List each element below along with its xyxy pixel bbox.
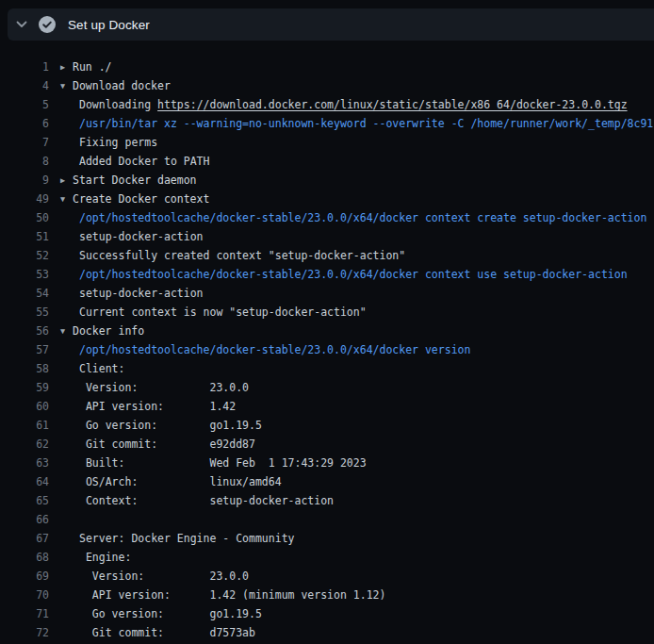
log-line-text: Engine: [79, 548, 131, 567]
caret-icon [49, 152, 73, 171]
step-title: Set up Docker [68, 18, 150, 32]
log-line: 59 Version: 23.0.0 [0, 378, 654, 397]
caret-icon [49, 246, 73, 265]
caret-collapsed-icon[interactable]: ▶ [49, 171, 73, 190]
log-viewer: Set up Docker 1 ▶ Run ./ 4 ▼ Download do… [0, 0, 654, 644]
line-number[interactable]: 58 [0, 359, 49, 378]
line-number[interactable]: 69 [0, 567, 49, 586]
caret-icon [49, 95, 73, 114]
log-line-text: OS/Arch: linux/amd64 [79, 472, 282, 491]
line-number[interactable]: 62 [0, 435, 49, 454]
log-line-text: /usr/bin/tar xz --warning=no-unknown-key… [79, 114, 653, 133]
group-title: Docker info [73, 322, 144, 340]
line-number[interactable]: 59 [0, 378, 49, 397]
line-number[interactable]: 49 [0, 190, 49, 208]
line-number[interactable]: 72 [0, 623, 49, 642]
line-number[interactable]: 51 [0, 227, 49, 246]
line-number[interactable]: 53 [0, 265, 49, 284]
log-line-text: Version: 23.0.0 [79, 378, 249, 397]
caret-icon [49, 378, 73, 397]
caret-icon [49, 586, 73, 604]
caret-expanded-icon[interactable]: ▼ [49, 190, 73, 208]
caret-icon [49, 303, 73, 322]
download-url-link[interactable]: https://download.docker.com/linux/static… [157, 98, 628, 111]
log-line: 72 Git commit: d7573ab [0, 623, 654, 642]
line-number[interactable]: 66 [0, 510, 49, 529]
line-number[interactable]: 6 [0, 114, 49, 133]
line-number[interactable]: 57 [0, 340, 49, 359]
group-title: Create Docker context [73, 190, 209, 208]
log-line-text: Fixing perms [79, 133, 157, 152]
line-number[interactable]: 8 [0, 152, 49, 171]
caret-icon [49, 435, 73, 454]
log-line-text: setup-docker-action [79, 284, 204, 303]
log-line-text: Git commit: e92dd87 [79, 435, 255, 454]
caret-expanded-icon[interactable]: ▼ [49, 76, 73, 95]
log-line-text: Context: setup-docker-action [79, 491, 334, 510]
line-number[interactable]: 70 [0, 586, 49, 604]
log-line-text: /opt/hostedtoolcache/docker-stable/23.0.… [79, 340, 470, 359]
log-line: 54 setup-docker-action [0, 284, 654, 303]
line-number[interactable]: 7 [0, 133, 49, 152]
log-line[interactable]: 4 ▼ Download docker [0, 76, 654, 95]
caret-icon [49, 227, 73, 246]
line-number[interactable]: 68 [0, 548, 49, 567]
log-line: 69 Version: 23.0.0 [0, 567, 654, 586]
line-number[interactable]: 60 [0, 397, 49, 416]
log-line[interactable]: 9 ▶ Start Docker daemon [0, 171, 654, 190]
log-line: 65 Context: setup-docker-action [0, 491, 654, 510]
caret-icon [49, 491, 73, 510]
caret-icon [49, 416, 73, 435]
step-header-set-up-docker[interactable]: Set up Docker [8, 8, 654, 41]
line-number[interactable]: 50 [0, 208, 49, 227]
line-number[interactable]: 65 [0, 491, 49, 510]
line-number[interactable]: 1 [0, 58, 49, 76]
caret-icon [49, 359, 73, 378]
caret-icon [49, 340, 73, 359]
log-line: 50 /opt/hostedtoolcache/docker-stable/23… [0, 208, 654, 227]
line-number[interactable]: 63 [0, 454, 49, 472]
log-line: 58 Client: [0, 359, 654, 378]
log-line[interactable]: 1 ▶ Run ./ [0, 58, 654, 76]
line-number[interactable]: 5 [0, 95, 49, 114]
line-number[interactable]: 9 [0, 171, 49, 190]
caret-icon [49, 208, 73, 227]
log-line: 6 /usr/bin/tar xz --warning=no-unknown-k… [0, 114, 654, 133]
caret-icon [49, 454, 73, 472]
log-line: 52 Successfully created context "setup-d… [0, 246, 654, 265]
line-number[interactable]: 56 [0, 322, 49, 340]
caret-collapsed-icon[interactable]: ▶ [49, 58, 73, 76]
log-line[interactable]: 56 ▼ Docker info [0, 322, 654, 340]
log-line[interactable]: 49 ▼ Create Docker context [0, 190, 654, 208]
line-number[interactable]: 52 [0, 246, 49, 265]
log-lines: 1 ▶ Run ./ 4 ▼ Download docker 5 Downloa… [0, 58, 654, 642]
line-number[interactable]: 67 [0, 529, 49, 548]
log-line-text: Built: Wed Feb 1 17:43:29 2023 [79, 454, 367, 472]
log-line: 67 Server: Docker Engine - Community [0, 529, 654, 548]
log-line: 66 [0, 510, 654, 529]
log-line-text: Server: Docker Engine - Community [79, 529, 294, 548]
log-line: 53 /opt/hostedtoolcache/docker-stable/23… [0, 265, 654, 284]
log-line: 55 Current context is now "setup-docker-… [0, 303, 654, 322]
caret-icon [49, 623, 73, 642]
line-number[interactable]: 55 [0, 303, 49, 322]
log-line: 60 API version: 1.42 [0, 397, 654, 416]
line-number[interactable]: 71 [0, 604, 49, 623]
line-number[interactable]: 54 [0, 284, 49, 303]
caret-icon [49, 567, 73, 586]
log-line-text: Downloading [79, 98, 157, 111]
line-number[interactable]: 64 [0, 472, 49, 491]
log-line: 63 Built: Wed Feb 1 17:43:29 2023 [0, 454, 654, 472]
log-line: 64 OS/Arch: linux/amd64 [0, 472, 654, 491]
caret-expanded-icon[interactable]: ▼ [49, 322, 73, 340]
line-number[interactable]: 4 [0, 76, 49, 95]
log-line-text: Version: 23.0.0 [79, 567, 249, 586]
log-line: 5 Downloading https://download.docker.co… [0, 95, 654, 114]
group-title: Download docker [73, 76, 171, 95]
line-number[interactable]: 61 [0, 416, 49, 435]
log-line: 7 Fixing perms [0, 133, 654, 152]
caret-icon [49, 529, 73, 548]
log-line: 57 /opt/hostedtoolcache/docker-stable/23… [0, 340, 654, 359]
log-line-text: API version: 1.42 (minimum version 1.12) [79, 586, 385, 604]
chevron-down-icon[interactable] [8, 18, 36, 31]
